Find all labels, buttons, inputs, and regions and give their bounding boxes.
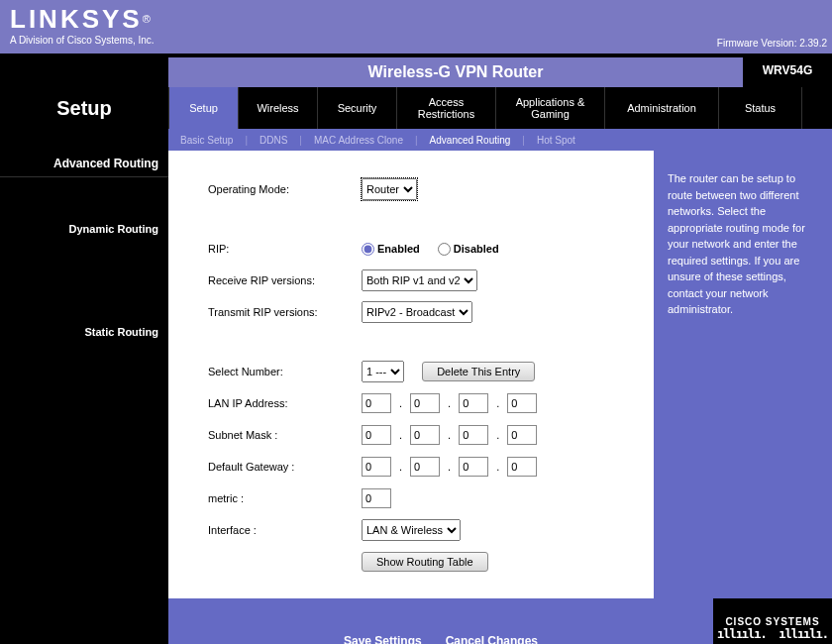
select-number-select[interactable]: 1 ---: [362, 361, 404, 382]
firmware-version: Firmware Version: 2.39.2: [717, 38, 827, 49]
subtab-hot-spot[interactable]: Hot Spot: [537, 135, 575, 146]
model-number: WRV54G: [743, 54, 832, 87]
interface-label: Interface :: [208, 524, 362, 536]
operating-mode-select[interactable]: Router: [362, 178, 417, 200]
top-banner: LINKSYS® A Division of Cisco Systems, In…: [0, 0, 832, 54]
sidebar-static-routing: Static Routing: [0, 320, 168, 344]
show-routing-table-button[interactable]: Show Routing Table: [362, 552, 488, 572]
subtab-basic-setup[interactable]: Basic Setup: [180, 135, 233, 146]
subnet-octet-1[interactable]: [362, 425, 391, 445]
help-text: The router can be setup to route between…: [668, 170, 818, 318]
main-nav: Setup Setup Wireless Security Access Res…: [0, 87, 832, 129]
tab-access-restrictions[interactable]: Access Restrictions: [396, 87, 495, 129]
subnav-pad: [0, 129, 168, 151]
gateway-octet-4[interactable]: [507, 457, 537, 477]
subnav-sep: |: [415, 135, 418, 146]
subnav-sep: |: [299, 135, 302, 146]
lan-ip-octet-3[interactable]: [459, 393, 488, 413]
rip-disabled-radio[interactable]: [438, 243, 451, 256]
dot-icon: .: [496, 461, 499, 473]
cisco-logo-area: CISCO SYSTEMS ıllıılı. ıllıılı.: [713, 598, 832, 644]
interface-select[interactable]: LAN & Wireless: [362, 519, 461, 541]
footer-actions: Save Settings Cancel Changes: [168, 598, 713, 644]
subnav-sep: |: [522, 135, 525, 146]
dot-icon: .: [448, 429, 451, 441]
subnet-octet-2[interactable]: [410, 425, 440, 445]
rip-label: RIP:: [208, 243, 362, 255]
select-number-label: Select Number:: [208, 366, 362, 377]
tab-wireless[interactable]: Wireless: [238, 87, 317, 129]
dot-icon: .: [399, 461, 402, 473]
cancel-changes-link[interactable]: Cancel Changes: [446, 634, 538, 644]
dot-icon: .: [496, 429, 499, 441]
tab-setup[interactable]: Setup: [168, 87, 238, 129]
subnet-octet-3[interactable]: [459, 425, 488, 445]
gateway-octet-1[interactable]: [362, 457, 391, 477]
gateway-octet-3[interactable]: [459, 457, 488, 477]
default-gateway-label: Default Gateway :: [208, 461, 362, 473]
lan-ip-octet-4[interactable]: [507, 393, 537, 413]
brand-logo: LINKSYS® A Division of Cisco Systems, In…: [10, 4, 155, 46]
brand-name: LINKSYS: [10, 4, 143, 34]
sidebar: Advanced Routing Dynamic Routing Static …: [0, 151, 168, 598]
content-area: Advanced Routing Dynamic Routing Static …: [0, 151, 832, 598]
metric-label: metric :: [208, 492, 362, 504]
receive-rip-label: Receive RIP versions:: [208, 274, 362, 286]
dot-icon: .: [448, 461, 451, 473]
operating-mode-label: Operating Mode:: [208, 183, 362, 195]
cisco-logo-text: CISCO SYSTEMS: [725, 616, 819, 627]
subnav-items: Basic Setup| DDNS| MAC Address Clone| Ad…: [168, 129, 832, 151]
sidebar-spacer: [0, 241, 168, 320]
metric-input[interactable]: [362, 488, 391, 508]
subtab-mac-clone[interactable]: MAC Address Clone: [314, 135, 403, 146]
footer: Save Settings Cancel Changes CISCO SYSTE…: [0, 598, 832, 644]
help-panel: The router can be setup to route between…: [654, 151, 832, 598]
dot-icon: .: [399, 397, 402, 409]
rip-disabled-text: Disabled: [454, 243, 499, 255]
tab-administration[interactable]: Administration: [604, 87, 718, 129]
subnav-sep: |: [245, 135, 248, 146]
cisco-bridge-icon: ıllıılı. ıllıılı.: [717, 627, 828, 641]
main-form: Operating Mode: Router RIP: Enabled Disa…: [168, 151, 654, 598]
page-title: Setup: [0, 87, 168, 129]
lan-ip-label: LAN IP Address:: [208, 397, 362, 409]
tab-security[interactable]: Security: [317, 87, 396, 129]
lan-ip-octet-2[interactable]: [410, 393, 440, 413]
brand-subtitle: A Division of Cisco Systems, Inc.: [10, 35, 155, 46]
sidebar-dynamic-routing: Dynamic Routing: [0, 217, 168, 241]
dot-icon: .: [496, 397, 499, 409]
sub-nav: Basic Setup| DDNS| MAC Address Clone| Ad…: [0, 129, 832, 151]
save-settings-link[interactable]: Save Settings: [344, 634, 422, 644]
tab-status[interactable]: Status: [718, 87, 802, 129]
lan-ip-octet-1[interactable]: [362, 393, 391, 413]
subtab-advanced-routing[interactable]: Advanced Routing: [430, 135, 511, 146]
registered-icon: ®: [143, 13, 151, 25]
rip-enabled-radio[interactable]: [362, 243, 374, 256]
sidebar-heading: Advanced Routing: [0, 151, 168, 177]
tab-applications-gaming[interactable]: Applications & Gaming: [495, 87, 604, 129]
subtab-ddns[interactable]: DDNS: [260, 135, 287, 146]
tab-strip: Setup Wireless Security Access Restricti…: [168, 87, 832, 129]
product-title: Wireless-G VPN Router: [168, 54, 743, 87]
title-left-pad: [0, 54, 168, 87]
subnet-mask-label: Subnet Mask :: [208, 429, 362, 441]
rip-enabled-option[interactable]: Enabled: [362, 243, 420, 256]
rip-disabled-option[interactable]: Disabled: [438, 243, 499, 256]
sidebar-spacer: [0, 177, 168, 217]
transmit-rip-select[interactable]: RIPv2 - Broadcast: [362, 301, 472, 323]
gateway-octet-2[interactable]: [410, 457, 440, 477]
subnet-octet-4[interactable]: [507, 425, 537, 445]
title-bar: Wireless-G VPN Router WRV54G: [0, 54, 832, 87]
footer-left-pad: [0, 598, 168, 644]
transmit-rip-label: Transmit RIP versions:: [208, 306, 362, 318]
rip-enabled-text: Enabled: [377, 243, 420, 255]
dot-icon: .: [448, 397, 451, 409]
dot-icon: .: [399, 429, 402, 441]
delete-entry-button[interactable]: Delete This Entry: [422, 362, 535, 381]
receive-rip-select[interactable]: Both RIP v1 and v2: [362, 269, 477, 291]
